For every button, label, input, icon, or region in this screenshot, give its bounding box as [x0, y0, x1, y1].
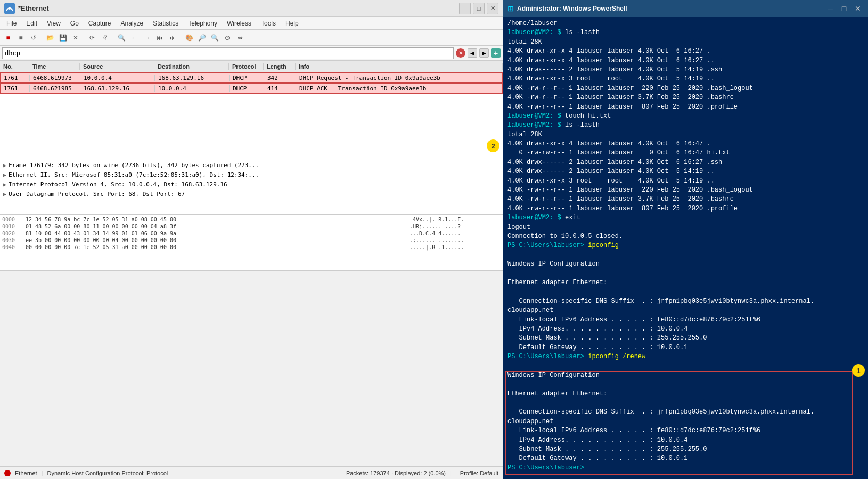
- ps-minimize-button[interactable]: ─: [824, 3, 836, 14]
- detail-row-frame[interactable]: ▶ Frame 176179: 342 bytes on wire (2736 …: [2, 160, 501, 170]
- detail-row-udp[interactable]: ▶ User Datagram Protocol, Src Port: 68, …: [2, 189, 501, 199]
- ws-column-headers: No. Time Source Destination Protocol Len…: [0, 61, 503, 72]
- cell-dst: 10.0.0.4: [155, 85, 230, 92]
- start-capture-button[interactable]: ■: [2, 32, 14, 44]
- profile-label: Profile: Default: [460, 470, 498, 476]
- ps-title-left: ⊞ Administrator: Windows PowerShell: [507, 4, 627, 13]
- ws-packet-list: No. Time Source Destination Protocol Len…: [0, 61, 503, 159]
- hex-addr: 0020: [2, 230, 23, 236]
- ws-title: *Ethernet: [18, 4, 49, 12]
- cell-len: 414: [264, 85, 296, 92]
- hex-addr: 0010: [2, 224, 23, 229]
- menu-view[interactable]: View: [43, 19, 65, 28]
- filter-clear-button[interactable]: ✕: [456, 48, 465, 58]
- go-last-button[interactable]: ⏭: [167, 32, 178, 44]
- menu-analyze[interactable]: Analyze: [117, 19, 148, 28]
- expand-arrow-frame: ▶: [3, 162, 6, 168]
- menu-capture[interactable]: Capture: [84, 19, 116, 28]
- detail-row-ipv4[interactable]: ▶ Internet Protocol Version 4, Src: 10.0…: [2, 179, 501, 189]
- filter-add-button[interactable]: +: [491, 48, 501, 58]
- hex-row-4: 004000 00 00 00 00 7c 1e 52 05 31 a0 00 …: [2, 244, 405, 251]
- menu-statistics[interactable]: Statistics: [149, 19, 183, 28]
- ws-hex-left: 000012 34 56 78 9a bc 7c 1e 52 05 31 a0 …: [0, 215, 407, 270]
- zoom-in-button[interactable]: 🔎: [196, 32, 208, 44]
- cell-src: 10.0.0.4: [80, 75, 155, 81]
- detail-row-ethernet[interactable]: ▶ Ethernet II, Src: Microsof_05:31:a0 (7…: [2, 170, 501, 179]
- menu-edit[interactable]: Edit: [22, 19, 42, 28]
- packets-count: Packets: 179374 · Displayed: 2 (0.0%): [346, 470, 446, 476]
- cell-proto: DHCP: [230, 85, 264, 92]
- dhcp-label: Dynamic Host Configuration Protocol: Pro…: [47, 470, 168, 476]
- resize-columns-button[interactable]: ⇔: [234, 32, 246, 44]
- go-back-button[interactable]: ←: [128, 32, 140, 44]
- detail-udp-text: User Datagram Protocol, Src Port: 68, Ds…: [9, 191, 185, 197]
- go-first-button[interactable]: ⏮: [154, 32, 166, 44]
- save-button[interactable]: 💾: [57, 32, 69, 44]
- hex-bytes: 00 00 00 00 00 7c 1e 52 05 31 a0 00 00 0…: [26, 244, 405, 250]
- cell-info: DHCP ACK - Transaction ID 0x9a9aee3b: [296, 85, 502, 92]
- capture-interface-label: Ethernet: [15, 470, 37, 476]
- ws-title-left: *Ethernet: [4, 3, 49, 14]
- ps-content: /home/labuser labuser@VM2: $ ls -lasth t…: [503, 17, 868, 479]
- go-forward-button[interactable]: →: [141, 32, 153, 44]
- expand-arrow-udp: ▶: [3, 191, 6, 197]
- cell-len: 342: [264, 75, 296, 81]
- hex-ascii-row-3: .;...... ........: [410, 237, 501, 244]
- find-packet-button[interactable]: 🔍: [116, 32, 127, 44]
- wireshark-icon: [4, 3, 15, 14]
- toolbar-separator-3: [113, 32, 113, 43]
- cell-dst: 168.63.129.16: [155, 75, 230, 81]
- hex-bytes: ee 3b 00 00 00 00 00 00 00 04 00 00 00 0…: [26, 237, 405, 243]
- cell-no: 1761: [1, 75, 30, 81]
- filter-input[interactable]: dhcp: [2, 47, 454, 59]
- menu-tools[interactable]: Tools: [257, 19, 280, 28]
- packet-row-1[interactable]: 1761 6468.621985 168.63.129.16 10.0.0.4 …: [0, 83, 503, 94]
- close-file-button[interactable]: ✕: [70, 32, 81, 44]
- filter-next-button[interactable]: ▶: [479, 48, 489, 58]
- hex-addr: 0000: [2, 217, 23, 222]
- maximize-button[interactable]: □: [473, 3, 485, 14]
- badge-2: 2: [487, 139, 499, 152]
- restart-capture-button[interactable]: ↺: [28, 32, 39, 44]
- hex-ascii: .;...... ........: [410, 237, 464, 243]
- status-separator-1: |: [42, 470, 43, 476]
- ws-title-buttons: ─ □ ✕: [459, 3, 498, 14]
- menu-help[interactable]: Help: [281, 19, 303, 28]
- close-button[interactable]: ✕: [487, 3, 498, 14]
- ps-maximize-button[interactable]: □: [838, 3, 850, 14]
- print-button[interactable]: 🖨: [99, 32, 111, 44]
- hex-row-0: 000012 34 56 78 9a bc 7c 1e 52 05 31 a0 …: [2, 216, 405, 223]
- col-header-destination: Destination: [154, 63, 229, 70]
- col-header-source: Source: [80, 63, 154, 70]
- reload-button[interactable]: ⟳: [86, 32, 98, 44]
- hex-ascii: .....|.R .1......: [410, 244, 464, 250]
- packet-row-0[interactable]: 1761 6468.619973 10.0.0.4 168.63.129.16 …: [0, 72, 503, 83]
- hex-bytes: 81 10 00 44 00 43 01 34 34 99 01 01 06 0…: [26, 230, 405, 236]
- hex-ascii: ...D.C.4 4......: [410, 230, 461, 236]
- ps-titlebar: ⊞ Administrator: Windows PowerShell ─ □ …: [503, 0, 868, 17]
- hex-bytes: 12 34 56 78 9a bc 7c 1e 52 05 31 a0 08 0…: [26, 217, 405, 222]
- menu-telephony[interactable]: Telephony: [184, 19, 222, 28]
- toolbar-separator-1: [42, 32, 42, 43]
- open-file-button[interactable]: 📂: [44, 32, 56, 44]
- hex-ascii-row-0: -4Vx..|. R.1...E.: [410, 216, 501, 223]
- minimize-button[interactable]: ─: [459, 3, 471, 14]
- menu-wireless[interactable]: Wireless: [223, 19, 256, 28]
- filter-prev-button[interactable]: ◀: [468, 48, 477, 58]
- detail-ipv4-text: Internet Protocol Version 4, Src: 10.0.0…: [9, 181, 227, 188]
- ws-filter-bar: dhcp ✕ ◀ ▶ +: [0, 46, 503, 61]
- ps-close-button[interactable]: ✕: [852, 3, 864, 14]
- col-header-protocol: Protocol: [229, 63, 264, 70]
- menu-go[interactable]: Go: [66, 19, 83, 28]
- colorize-button[interactable]: 🎨: [183, 32, 195, 44]
- stop-capture-button[interactable]: ■: [15, 32, 27, 44]
- menu-file[interactable]: File: [2, 19, 21, 28]
- ws-hex-panel: 000012 34 56 78 9a bc 7c 1e 52 05 31 a0 …: [0, 215, 503, 271]
- zoom-out-button[interactable]: 🔍: [209, 32, 220, 44]
- hex-ascii-row-2: ...D.C.4 4......: [410, 230, 501, 237]
- ws-toolbar: ■ ■ ↺ 📂 💾 ✕ ⟳ 🖨 🔍 ← → ⏮ ⏭ 🎨 🔎 🔍 ⊙ ⇔: [0, 30, 503, 46]
- hex-ascii-row-4: .....|.R .1......: [410, 244, 501, 251]
- zoom-reset-button[interactable]: ⊙: [222, 32, 233, 44]
- hex-bytes: 01 48 52 6a 00 00 80 11 00 00 00 00 00 0…: [26, 224, 405, 229]
- ws-packet-rows: 1761 6468.619973 10.0.0.4 168.63.129.16 …: [0, 72, 503, 94]
